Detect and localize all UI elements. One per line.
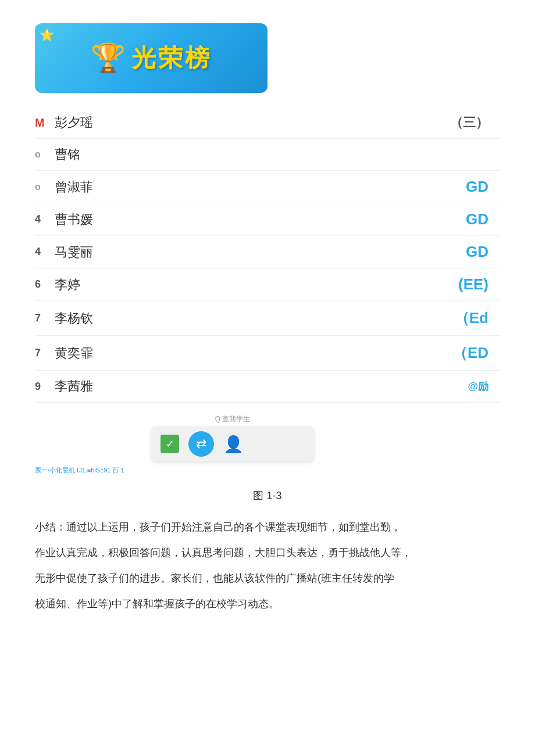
ranking-item-8: 7 黄奕霏 （ED bbox=[35, 336, 500, 371]
app-widget-container: Q 查我学生 ✓ ⇄ 👤 bbox=[151, 414, 314, 461]
summary-section: 小结：通过以上运用，孩子们开始注意自己的各个课堂表现细节，如到堂出勤， 作业认真… bbox=[35, 517, 500, 614]
ranking-item-9: 9 李茜雅 @励 bbox=[35, 371, 500, 403]
student-name-7: 李杨钦 bbox=[55, 310, 454, 327]
person-icon: 👤 bbox=[223, 435, 244, 454]
rank-number-4: 4 bbox=[35, 213, 52, 225]
badge-7: （Ed bbox=[454, 308, 488, 328]
rank-number-1: M bbox=[35, 116, 52, 130]
student-name-5: 马雯丽 bbox=[55, 243, 466, 261]
checkmark-button[interactable]: ✓ bbox=[160, 435, 179, 453]
banner-title: 光荣榜 bbox=[131, 42, 212, 74]
ranking-item-7: 7 李杨钦 （Ed bbox=[35, 301, 500, 336]
star-decoration: ⭐ bbox=[40, 28, 54, 42]
search-label: Q 查我学生 bbox=[151, 414, 314, 424]
rank-number-2: o bbox=[35, 149, 52, 160]
honor-roll-banner: ⭐ 🏆 光荣榜 bbox=[35, 23, 268, 93]
badge-4: GD bbox=[466, 210, 488, 228]
ranking-item-2: o 曹铭 bbox=[35, 139, 500, 171]
refresh-button[interactable]: ⇄ bbox=[188, 431, 214, 457]
rank-number-6: 6 bbox=[35, 278, 52, 291]
watermark-text: 票一·小化屁机 tJ1.≡hiS±91 百 1 bbox=[35, 466, 500, 475]
badge-1: （三） bbox=[450, 114, 488, 131]
student-name-4: 曹书媛 bbox=[55, 211, 466, 228]
summary-line-3: 无形中促使了孩子们的进步。家长们，也能从该软件的广播站(班主任转发的学 bbox=[35, 568, 500, 589]
badge-5: GD bbox=[466, 243, 488, 261]
badge-8: （ED bbox=[452, 343, 488, 363]
student-name-8: 黄奕霏 bbox=[55, 345, 452, 362]
summary-line-4: 校通知、作业等)中了解和掌握孩子的在校学习动态。 bbox=[35, 593, 500, 614]
student-name-2: 曹铭 bbox=[55, 146, 488, 163]
ranking-item-4: 4 曹书媛 GD bbox=[35, 203, 500, 236]
student-name-9: 李茜雅 bbox=[55, 378, 468, 395]
ranking-item-5: 4 马雯丽 GD bbox=[35, 236, 500, 268]
summary-line-2: 作业认真完成，积极回答问题，认真思考问题，大胆口头表达，勇于挑战他人等， bbox=[35, 542, 500, 563]
ranking-list: M 彭夕瑶 （三） o 曹铭 o 曾淑菲 GD 4 曹书媛 GD 4 马雯丽 G… bbox=[35, 107, 500, 403]
trophy-icon: 🏆 bbox=[91, 42, 126, 74]
badge-6: (EE) bbox=[458, 275, 488, 293]
rank-number-7: 7 bbox=[35, 312, 52, 324]
rank-number-9: 9 bbox=[35, 381, 52, 393]
ranking-item-6: 6 李婷 (EE) bbox=[35, 268, 500, 301]
rank-number-8: 7 bbox=[35, 347, 52, 359]
rank-number-5: 4 bbox=[35, 246, 52, 258]
badge-9: @励 bbox=[468, 379, 488, 393]
ranking-item-1: M 彭夕瑶 （三） bbox=[35, 107, 500, 139]
summary-line-1: 小结：通过以上运用，孩子们开始注意自己的各个课堂表现细节，如到堂出勤， bbox=[35, 517, 500, 538]
rank-number-3: o bbox=[35, 182, 52, 192]
ranking-item-3: o 曾淑菲 GD bbox=[35, 171, 500, 203]
figure-caption: 图 1-3 bbox=[35, 489, 500, 503]
badge-3: GD bbox=[466, 178, 488, 196]
banner-inner: 🏆 光荣榜 bbox=[91, 42, 212, 74]
app-widget: ✓ ⇄ 👤 bbox=[151, 427, 314, 461]
student-name-1: 彭夕瑶 bbox=[55, 114, 450, 131]
student-name-3: 曾淑菲 bbox=[55, 178, 466, 196]
student-name-6: 李婷 bbox=[55, 276, 458, 293]
